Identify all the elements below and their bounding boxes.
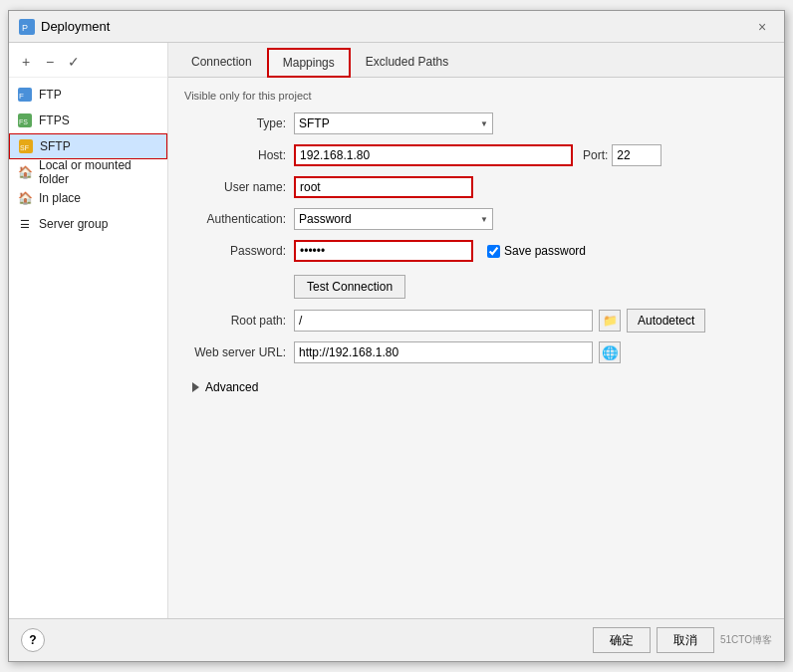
svg-text:FS: FS: [19, 118, 28, 125]
panel-content: Visible only for this project Type: SFTP…: [168, 78, 784, 618]
folder-icon: 📁: [603, 314, 618, 328]
test-conn-row: Test Connection: [184, 271, 768, 299]
cancel-button[interactable]: 取消: [657, 627, 714, 653]
host-input[interactable]: [294, 144, 573, 166]
rootpath-row: Root path: 📁 Autodetect: [184, 309, 768, 333]
password-input[interactable]: [294, 240, 473, 262]
auth-control: Password Key pair (OpenSSH or PuTTY) Ope…: [294, 208, 768, 230]
help-button[interactable]: ?: [21, 628, 45, 652]
tab-excluded[interactable]: Excluded Paths: [351, 48, 463, 78]
visible-note: Visible only for this project: [184, 90, 768, 102]
type-control: SFTP FTP FTPS Local or mounted folder: [294, 112, 768, 134]
sidebar: + − ✓ F FTP FS FTPS: [9, 43, 168, 618]
ok-button[interactable]: 确定: [593, 627, 651, 653]
auth-row: Authentication: Password Key pair (OpenS…: [184, 207, 768, 231]
test-connection-button[interactable]: Test Connection: [294, 275, 405, 299]
sidebar-item-sftp[interactable]: SF SFTP: [9, 133, 167, 159]
svg-text:P: P: [22, 23, 28, 33]
sidebar-item-ftps[interactable]: FS FTPS: [9, 108, 167, 133]
sidebar-item-ftps-label: FTPS: [39, 113, 70, 127]
port-label: Port:: [583, 148, 608, 162]
type-row: Type: SFTP FTP FTPS Local or mounted fol…: [184, 112, 768, 135]
local-icon: 🏠: [17, 164, 33, 180]
sidebar-item-inplace[interactable]: 🏠 In place: [9, 185, 167, 211]
autodetect-button[interactable]: Autodetect: [627, 309, 705, 333]
rootpath-control: 📁 Autodetect: [294, 309, 768, 333]
sidebar-item-local[interactable]: 🏠 Local or mounted folder: [9, 159, 167, 185]
username-control: [294, 176, 768, 198]
host-label: Host:: [184, 148, 294, 162]
ftps-icon: FS: [17, 112, 33, 128]
open-browser-button[interactable]: 🌐: [599, 341, 621, 363]
rootpath-input[interactable]: [294, 310, 593, 332]
inplace-icon: 🏠: [17, 190, 33, 206]
sidebar-item-servergroup-label: Server group: [39, 217, 108, 231]
svg-text:SF: SF: [20, 144, 29, 151]
browse-folder-button[interactable]: 📁: [599, 310, 621, 332]
save-password-checkbox[interactable]: [487, 245, 500, 258]
username-row: User name:: [184, 175, 768, 199]
check-server-button[interactable]: ✓: [63, 51, 85, 73]
port-row: Port:: [583, 144, 661, 166]
username-label: User name:: [184, 180, 294, 194]
title-bar-left: P Deployment: [19, 19, 110, 35]
servergroup-icon: ☰: [17, 216, 33, 232]
advanced-expand-icon: [192, 382, 199, 392]
port-input[interactable]: [612, 144, 661, 166]
title-bar: P Deployment ×: [9, 11, 784, 43]
sidebar-item-inplace-label: In place: [39, 191, 81, 205]
dialog-title: Deployment: [41, 19, 110, 34]
sidebar-item-servergroup[interactable]: ☰ Server group: [9, 211, 167, 237]
tab-mappings[interactable]: Mappings: [267, 48, 351, 78]
host-control: Port:: [294, 144, 768, 166]
save-password-row: Save password: [487, 244, 586, 258]
content-area: + − ✓ F FTP FS FTPS: [9, 43, 784, 618]
advanced-label: Advanced: [205, 380, 258, 394]
deployment-dialog: P Deployment × + − ✓ F: [8, 10, 785, 662]
auth-select-wrapper: Password Key pair (OpenSSH or PuTTY) Ope…: [294, 208, 493, 230]
sidebar-item-ftp-label: FTP: [39, 88, 62, 102]
weburl-input[interactable]: [294, 341, 593, 363]
add-server-button[interactable]: +: [15, 51, 37, 73]
type-label: Type:: [184, 116, 294, 130]
weburl-row: Web server URL: 🌐: [184, 340, 768, 364]
sidebar-item-ftp[interactable]: F FTP: [9, 82, 167, 108]
watermark: 51CTO博客: [720, 633, 772, 647]
sidebar-toolbar: + − ✓: [9, 47, 167, 78]
save-password-label[interactable]: Save password: [504, 244, 586, 258]
close-button[interactable]: ×: [750, 15, 774, 39]
rootpath-label: Root path:: [184, 314, 294, 328]
svg-text:F: F: [19, 92, 24, 101]
dialog-footer: ? 确定 取消 51CTO博客: [9, 618, 784, 661]
sftp-icon: SF: [18, 138, 34, 154]
weburl-control: 🌐: [294, 341, 768, 363]
auth-select[interactable]: Password Key pair (OpenSSH or PuTTY) Ope…: [294, 208, 493, 230]
remove-server-button[interactable]: −: [39, 51, 61, 73]
tab-connection[interactable]: Connection: [176, 48, 267, 78]
type-select-wrapper: SFTP FTP FTPS Local or mounted folder: [294, 112, 493, 134]
tabs-bar: Connection Mappings Excluded Paths: [168, 43, 784, 78]
app-icon: P: [19, 19, 35, 35]
type-select[interactable]: SFTP FTP FTPS Local or mounted folder: [294, 112, 493, 134]
host-row: Host: Port:: [184, 143, 768, 167]
auth-label: Authentication:: [184, 212, 294, 226]
password-row: Password: Save password: [184, 239, 768, 263]
sidebar-item-sftp-label: SFTP: [40, 139, 71, 153]
username-input[interactable]: [294, 176, 473, 198]
main-panel: Connection Mappings Excluded Paths Visib…: [168, 43, 784, 618]
sidebar-item-local-label: Local or mounted folder: [39, 158, 159, 186]
weburl-label: Web server URL:: [184, 345, 294, 359]
globe-icon: 🌐: [602, 345, 619, 360]
password-label: Password:: [184, 244, 294, 258]
advanced-section[interactable]: Advanced: [184, 372, 768, 394]
ftp-icon: F: [17, 87, 33, 103]
password-control: Save password: [294, 240, 768, 262]
